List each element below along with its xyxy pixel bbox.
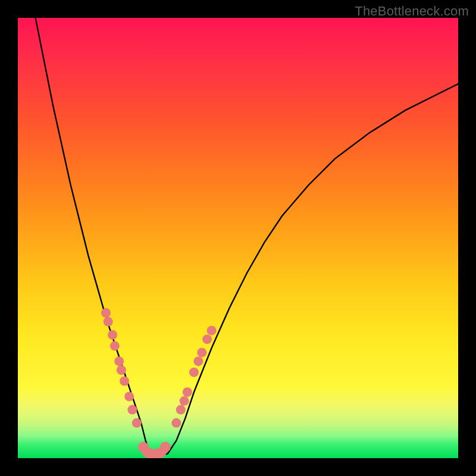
- data-dots: [101, 308, 217, 458]
- data-dot: [183, 387, 192, 397]
- chart-svg: [18, 18, 458, 458]
- data-dot: [110, 341, 120, 350]
- data-dot: [117, 365, 126, 375]
- plot-area: [18, 18, 458, 458]
- data-dot: [104, 317, 113, 327]
- data-dot: [160, 442, 171, 453]
- bottleneck-curve: [36, 18, 458, 456]
- data-dot: [108, 330, 117, 340]
- data-dot: [114, 356, 124, 366]
- data-dot: [189, 368, 199, 377]
- data-dot: [176, 405, 186, 415]
- data-dot: [207, 325, 217, 335]
- data-dot: [197, 347, 206, 357]
- watermark-text: TheBottleneck.com: [355, 4, 469, 19]
- data-dot: [180, 396, 189, 406]
- data-dot: [132, 418, 142, 428]
- data-dot: [101, 308, 111, 318]
- data-dot: [171, 418, 181, 428]
- data-dot: [120, 377, 129, 386]
- data-dot: [124, 392, 134, 401]
- data-dot: [202, 334, 212, 344]
- outer-frame: TheBottleneck.com: [0, 0, 476, 476]
- data-dot: [193, 356, 203, 366]
- data-dot: [127, 405, 137, 415]
